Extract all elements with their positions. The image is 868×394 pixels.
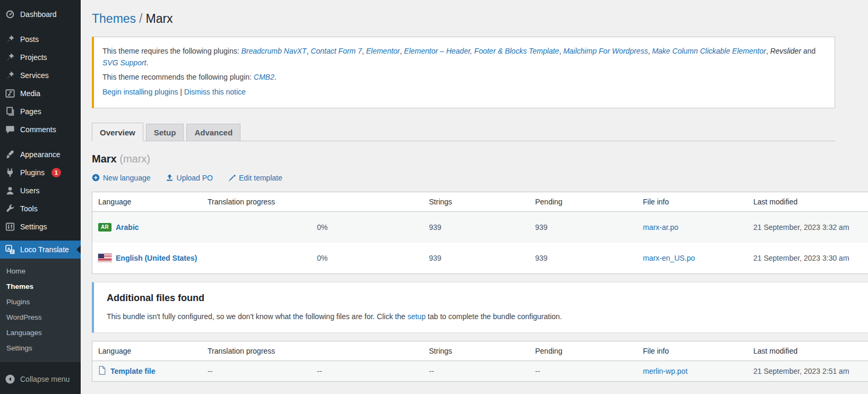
tab-overview[interactable]: Overview: [92, 123, 143, 141]
template-file-link[interactable]: Template file: [110, 367, 156, 375]
dashboard-icon: [5, 9, 15, 20]
sidebar-item-posts[interactable]: Posts: [0, 30, 81, 48]
comma: ,: [559, 47, 563, 55]
sidebar-item-label: Appearance: [20, 150, 61, 159]
dismiss-notice-link[interactable]: Dismiss this notice: [184, 88, 246, 96]
admin-menu: Dashboard Posts Projects Services Media …: [0, 0, 81, 389]
and-word: and: [801, 47, 815, 55]
po-file-link[interactable]: marx-en_US.po: [643, 254, 753, 262]
sidebar-item-pages[interactable]: Pages: [0, 102, 81, 121]
sidebar-item-settings[interactable]: Settings: [0, 218, 81, 236]
sidebar-item-projects[interactable]: Projects: [0, 48, 81, 66]
sidebar-item-tools[interactable]: Tools: [0, 200, 81, 218]
submenu-item-settings[interactable]: Settings: [0, 340, 81, 356]
strings-count: 939: [429, 223, 535, 232]
pending-placeholder: --: [535, 367, 643, 375]
body-text: tab to complete the bundle configuration…: [426, 312, 562, 321]
required-plugins-prefix: This theme requires the following plugin…: [102, 47, 241, 55]
plugin-link-elementor[interactable]: Elementor: [366, 47, 400, 55]
new-language-label: New language: [103, 174, 151, 182]
sidebar-item-users[interactable]: Users: [0, 182, 81, 200]
additional-files-body: This bundle isn't fully configured, so w…: [107, 312, 868, 321]
sidebar-item-media[interactable]: Media: [0, 84, 81, 102]
files-table: Language Translation progress Strings Pe…: [92, 341, 868, 382]
comma: ,: [766, 47, 770, 55]
breadcrumb-themes-link[interactable]: Themes: [92, 12, 136, 25]
bundle-title: Marx (marx): [92, 153, 868, 165]
plugins-icon: [5, 167, 15, 178]
progress-placeholder: --: [208, 367, 317, 375]
sidebar-item-label: Dashboard: [20, 10, 57, 19]
period: .: [274, 73, 277, 81]
table-header-row: Language Translation progress Strings Pe…: [92, 192, 868, 212]
col-last-modified: Last modified: [753, 347, 868, 355]
bundle-name: Marx: [92, 153, 117, 165]
recommended-plugins-prefix: This theme recommends the following plug…: [102, 73, 254, 81]
plugin-link-svg-support[interactable]: SVG Support: [102, 58, 147, 67]
sidebar-item-loco-translate[interactable]: Loco Translate: [0, 241, 81, 259]
col-file-info: File info: [643, 198, 753, 206]
begin-installing-plugins-link[interactable]: Begin installing plugins: [102, 88, 178, 96]
additional-files-title: Additional files found: [107, 293, 868, 304]
appearance-icon: [5, 149, 15, 160]
pending-count: 939: [535, 254, 643, 262]
sidebar-item-label: Pages: [20, 107, 41, 116]
period: .: [147, 58, 149, 67]
arabic-language-link[interactable]: Arabic: [116, 223, 139, 232]
plugin-link-mailchimp[interactable]: Mailchimp For Wordpress: [563, 47, 648, 55]
pot-file-link[interactable]: merlin-wp.pot: [643, 367, 753, 375]
main-content: Themes/Marx This theme requires the foll…: [81, 0, 868, 382]
sidebar-item-services[interactable]: Services: [0, 66, 81, 84]
english-language-link[interactable]: English (United States): [116, 254, 197, 262]
po-file-link[interactable]: marx-ar.po: [643, 223, 753, 232]
tab-advanced[interactable]: Advanced: [186, 124, 240, 141]
plugin-link-cmb2[interactable]: CMB2: [254, 73, 274, 81]
comments-icon: [5, 124, 15, 135]
sidebar-item-label: Comments: [20, 125, 56, 134]
submenu-item-languages[interactable]: Languages: [0, 325, 81, 340]
edit-template-label: Edit template: [239, 174, 282, 182]
edit-template-link[interactable]: Edit template: [228, 174, 282, 182]
col-translation-progress: Translation progress: [208, 198, 429, 206]
menu-separator: [0, 23, 81, 30]
col-language: Language: [92, 198, 208, 206]
col-file-info: File info: [643, 347, 753, 355]
settings-icon: [5, 221, 15, 232]
comma: ,: [648, 47, 652, 55]
table-row-template-file: Template file -- -- -- -- merlin-wp.pot …: [92, 361, 868, 381]
progress-percent: 0%: [317, 223, 429, 232]
col-pending: Pending: [535, 347, 643, 355]
submenu-item-home[interactable]: Home: [0, 263, 81, 279]
sidebar-item-label: Plugins: [20, 168, 45, 177]
plugin-link-make-column-clickable[interactable]: Make Column Clickable Elementor: [652, 47, 766, 55]
plugin-link-breadcrumb-navxt[interactable]: Breadcrumb NavXT: [241, 47, 306, 55]
users-icon: [5, 185, 15, 196]
setup-tab-link[interactable]: setup: [407, 312, 425, 321]
sidebar-item-plugins[interactable]: Plugins 1: [0, 164, 81, 182]
submenu-item-wordpress[interactable]: WordPress: [0, 310, 81, 325]
sidebar-item-appearance[interactable]: Appearance: [0, 145, 81, 164]
collapse-menu-label: Collapse menu: [20, 375, 70, 383]
submenu-item-plugins[interactable]: Plugins: [0, 294, 81, 310]
plugins-required-notice: This theme requires the following plugin…: [92, 37, 835, 108]
media-icon: [5, 88, 15, 99]
submenu-item-themes[interactable]: Themes: [0, 279, 81, 294]
sidebar-item-label: Users: [20, 186, 40, 195]
link-divider: |: [178, 88, 184, 96]
admin-sidebar: Dashboard Posts Projects Services Media …: [0, 0, 81, 394]
sidebar-item-comments[interactable]: Comments: [0, 121, 81, 139]
plugin-link-elementor-hfb-template[interactable]: Elementor – Header, Footer & Blocks Temp…: [404, 47, 559, 55]
col-last-modified: Last modified: [753, 198, 868, 206]
recommended-plugins-line: This theme recommends the following plug…: [102, 72, 826, 83]
sidebar-item-dashboard[interactable]: Dashboard: [0, 5, 81, 23]
tab-setup[interactable]: Setup: [146, 124, 184, 141]
strings-count: 939: [429, 254, 535, 262]
page-title: Marx: [145, 12, 173, 25]
plugin-link-contact-form-7[interactable]: Contact Form 7: [311, 47, 362, 55]
sidebar-item-label: Loco Translate: [20, 245, 69, 254]
breadcrumb-separator: /: [136, 12, 145, 25]
upload-po-link[interactable]: Upload PO: [166, 174, 213, 182]
plugins-update-badge: 1: [51, 168, 61, 177]
collapse-menu-button[interactable]: Collapse menu: [0, 370, 81, 389]
new-language-link[interactable]: New language: [92, 174, 151, 182]
